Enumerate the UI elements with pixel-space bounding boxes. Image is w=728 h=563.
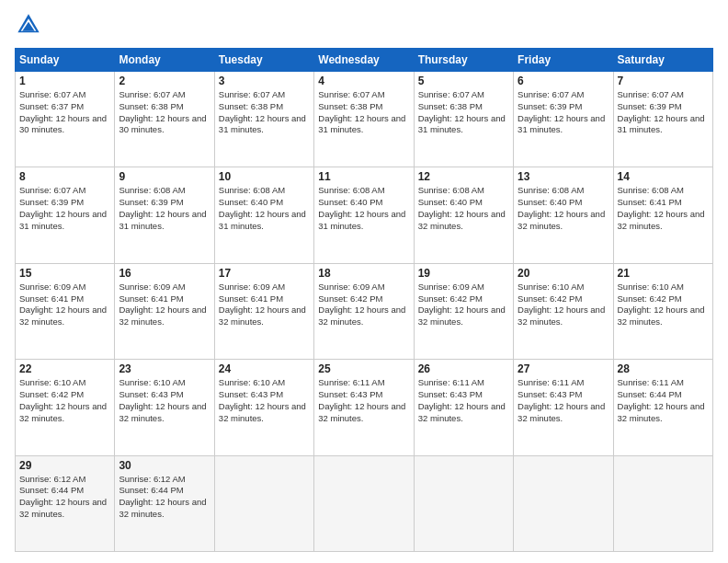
calendar-cell: 11 Sunrise: 6:08 AM Sunset: 6:40 PM Dayl… [314, 167, 414, 263]
calendar-cell: 2 Sunrise: 6:07 AM Sunset: 6:38 PM Dayli… [115, 72, 214, 167]
day-number: 5 [418, 75, 509, 87]
day-number: 18 [318, 267, 409, 280]
day-number: 1 [19, 75, 110, 87]
calendar-table: Sunday Monday Tuesday Wednesday Thursday… [15, 48, 713, 552]
page: Sunday Monday Tuesday Wednesday Thursday… [0, 0, 728, 563]
day-info: Sunrise: 6:07 AM Sunset: 6:39 PM Dayligh… [518, 89, 609, 136]
day-number: 7 [618, 75, 709, 87]
day-info: Sunrise: 6:08 AM Sunset: 6:40 PM Dayligh… [219, 185, 310, 232]
col-monday: Monday [115, 49, 214, 72]
calendar-cell: 6 Sunrise: 6:07 AM Sunset: 6:39 PM Dayli… [514, 72, 613, 167]
day-info: Sunrise: 6:11 AM Sunset: 6:43 PM Dayligh… [518, 377, 609, 424]
calendar-cell: 24 Sunrise: 6:10 AM Sunset: 6:43 PM Dayl… [214, 360, 313, 455]
day-info: Sunrise: 6:09 AM Sunset: 6:41 PM Dayligh… [19, 282, 110, 328]
day-info: Sunrise: 6:10 AM Sunset: 6:42 PM Dayligh… [19, 377, 110, 424]
header [15, 11, 713, 39]
day-info: Sunrise: 6:08 AM Sunset: 6:39 PM Dayligh… [119, 185, 210, 232]
day-info: Sunrise: 6:07 AM Sunset: 6:38 PM Dayligh… [418, 89, 509, 136]
calendar-cell [214, 455, 313, 551]
calendar-cell: 3 Sunrise: 6:07 AM Sunset: 6:38 PM Dayli… [214, 72, 313, 167]
calendar-cell: 28 Sunrise: 6:11 AM Sunset: 6:44 PM Dayl… [613, 360, 712, 455]
calendar-cell: 27 Sunrise: 6:11 AM Sunset: 6:43 PM Dayl… [514, 360, 613, 455]
day-number: 30 [119, 459, 210, 472]
day-info: Sunrise: 6:09 AM Sunset: 6:42 PM Dayligh… [418, 282, 509, 328]
day-info: Sunrise: 6:11 AM Sunset: 6:44 PM Dayligh… [618, 377, 709, 424]
col-tuesday: Tuesday [214, 49, 313, 72]
logo-icon [15, 11, 42, 39]
day-info: Sunrise: 6:12 AM Sunset: 6:44 PM Dayligh… [119, 474, 210, 521]
calendar-week-3: 15 Sunrise: 6:09 AM Sunset: 6:41 PM Dayl… [16, 263, 713, 359]
calendar-cell: 5 Sunrise: 6:07 AM Sunset: 6:38 PM Dayli… [414, 72, 513, 167]
col-wednesday: Wednesday [314, 49, 414, 72]
col-thursday: Thursday [414, 49, 513, 72]
calendar-cell [514, 455, 613, 551]
day-number: 25 [318, 362, 409, 375]
day-number: 20 [518, 267, 609, 280]
calendar-cell: 23 Sunrise: 6:10 AM Sunset: 6:43 PM Dayl… [115, 360, 214, 455]
calendar-cell: 4 Sunrise: 6:07 AM Sunset: 6:38 PM Dayli… [314, 72, 414, 167]
day-number: 19 [418, 267, 509, 280]
day-number: 6 [518, 75, 609, 87]
calendar-cell: 13 Sunrise: 6:08 AM Sunset: 6:40 PM Dayl… [514, 167, 613, 263]
calendar-cell: 18 Sunrise: 6:09 AM Sunset: 6:42 PM Dayl… [314, 263, 414, 359]
day-info: Sunrise: 6:07 AM Sunset: 6:39 PM Dayligh… [618, 89, 709, 136]
col-saturday: Saturday [613, 49, 712, 72]
day-info: Sunrise: 6:09 AM Sunset: 6:42 PM Dayligh… [318, 282, 409, 328]
day-number: 29 [19, 459, 110, 472]
calendar-cell: 1 Sunrise: 6:07 AM Sunset: 6:37 PM Dayli… [16, 72, 115, 167]
col-sunday: Sunday [16, 49, 115, 72]
calendar-cell: 14 Sunrise: 6:08 AM Sunset: 6:41 PM Dayl… [613, 167, 712, 263]
calendar-cell: 9 Sunrise: 6:08 AM Sunset: 6:39 PM Dayli… [115, 167, 214, 263]
day-number: 3 [219, 75, 310, 87]
day-info: Sunrise: 6:08 AM Sunset: 6:40 PM Dayligh… [518, 185, 609, 232]
calendar-week-1: 1 Sunrise: 6:07 AM Sunset: 6:37 PM Dayli… [16, 72, 713, 167]
day-number: 15 [19, 267, 110, 280]
day-number: 17 [219, 267, 310, 280]
calendar-cell: 8 Sunrise: 6:07 AM Sunset: 6:39 PM Dayli… [16, 167, 115, 263]
day-number: 13 [518, 170, 609, 183]
day-number: 12 [418, 170, 509, 183]
day-info: Sunrise: 6:11 AM Sunset: 6:43 PM Dayligh… [418, 377, 509, 424]
calendar-week-2: 8 Sunrise: 6:07 AM Sunset: 6:39 PM Dayli… [16, 167, 713, 263]
day-number: 9 [119, 170, 210, 183]
calendar-cell: 21 Sunrise: 6:10 AM Sunset: 6:42 PM Dayl… [613, 263, 712, 359]
day-info: Sunrise: 6:12 AM Sunset: 6:44 PM Dayligh… [19, 474, 110, 521]
calendar-cell: 22 Sunrise: 6:10 AM Sunset: 6:42 PM Dayl… [16, 360, 115, 455]
calendar-cell [414, 455, 513, 551]
day-number: 16 [119, 267, 210, 280]
day-info: Sunrise: 6:08 AM Sunset: 6:40 PM Dayligh… [418, 185, 509, 232]
calendar-cell: 16 Sunrise: 6:09 AM Sunset: 6:41 PM Dayl… [115, 263, 214, 359]
calendar-cell: 10 Sunrise: 6:08 AM Sunset: 6:40 PM Dayl… [214, 167, 313, 263]
calendar-cell: 26 Sunrise: 6:11 AM Sunset: 6:43 PM Dayl… [414, 360, 513, 455]
calendar-cell: 30 Sunrise: 6:12 AM Sunset: 6:44 PM Dayl… [115, 455, 214, 551]
day-info: Sunrise: 6:07 AM Sunset: 6:38 PM Dayligh… [119, 89, 210, 136]
calendar-cell [314, 455, 414, 551]
day-number: 2 [119, 75, 210, 87]
day-info: Sunrise: 6:08 AM Sunset: 6:41 PM Dayligh… [618, 185, 709, 232]
calendar-cell [613, 455, 712, 551]
calendar-cell: 15 Sunrise: 6:09 AM Sunset: 6:41 PM Dayl… [16, 263, 115, 359]
day-info: Sunrise: 6:11 AM Sunset: 6:43 PM Dayligh… [318, 377, 409, 424]
calendar-body: 1 Sunrise: 6:07 AM Sunset: 6:37 PM Dayli… [16, 72, 713, 552]
day-number: 24 [219, 362, 310, 375]
day-info: Sunrise: 6:07 AM Sunset: 6:37 PM Dayligh… [19, 89, 110, 136]
day-number: 4 [318, 75, 409, 87]
header-row: Sunday Monday Tuesday Wednesday Thursday… [16, 49, 713, 72]
day-info: Sunrise: 6:10 AM Sunset: 6:43 PM Dayligh… [219, 377, 310, 424]
calendar-cell: 25 Sunrise: 6:11 AM Sunset: 6:43 PM Dayl… [314, 360, 414, 455]
day-number: 23 [119, 362, 210, 375]
day-info: Sunrise: 6:07 AM Sunset: 6:39 PM Dayligh… [19, 185, 110, 232]
day-number: 26 [418, 362, 509, 375]
day-info: Sunrise: 6:07 AM Sunset: 6:38 PM Dayligh… [219, 89, 310, 136]
calendar-week-4: 22 Sunrise: 6:10 AM Sunset: 6:42 PM Dayl… [16, 360, 713, 455]
calendar-cell: 7 Sunrise: 6:07 AM Sunset: 6:39 PM Dayli… [613, 72, 712, 167]
calendar-cell: 20 Sunrise: 6:10 AM Sunset: 6:42 PM Dayl… [514, 263, 613, 359]
logo [15, 11, 46, 39]
day-info: Sunrise: 6:10 AM Sunset: 6:42 PM Dayligh… [518, 282, 609, 328]
calendar-week-5: 29 Sunrise: 6:12 AM Sunset: 6:44 PM Dayl… [16, 455, 713, 551]
day-number: 10 [219, 170, 310, 183]
day-info: Sunrise: 6:09 AM Sunset: 6:41 PM Dayligh… [119, 282, 210, 328]
day-info: Sunrise: 6:07 AM Sunset: 6:38 PM Dayligh… [318, 89, 409, 136]
col-friday: Friday [514, 49, 613, 72]
day-number: 21 [618, 267, 709, 280]
